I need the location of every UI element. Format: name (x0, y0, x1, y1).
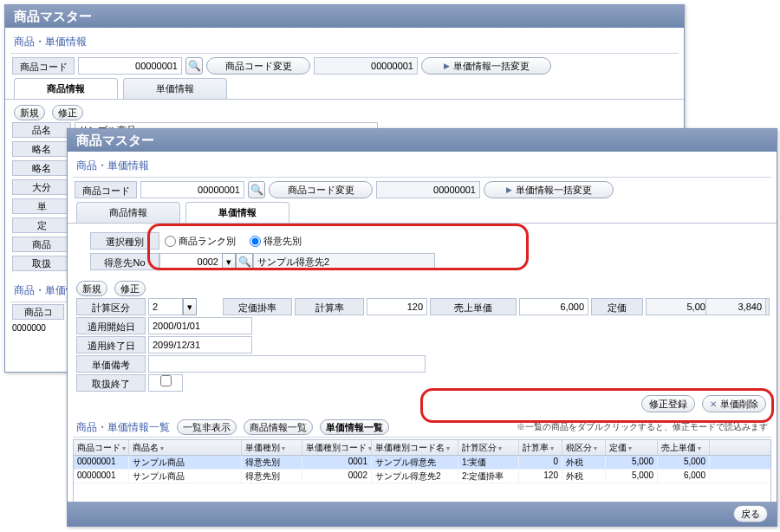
display-product-code: 00000001 (314, 57, 418, 75)
label-discontinued: 取扱終了 (76, 374, 146, 392)
display-customer-name: サンプル得意先2 (253, 253, 435, 270)
label-unit: 単 (12, 198, 71, 214)
button-edit[interactable]: 修正 (114, 281, 146, 296)
label-product-code: 商品コード (75, 181, 137, 198)
search-icon[interactable]: 🔍 (236, 253, 253, 270)
footer-bar: 戻る (68, 502, 777, 526)
label-price: 定 (12, 217, 71, 233)
checkbox-discontinued[interactable] (160, 375, 172, 386)
button-code-change[interactable]: 商品コード変更 (269, 181, 373, 198)
label-name: 品名 (12, 122, 71, 138)
hint-text: ※一覧の商品をダブルクリックすると、修正モードで読込みます (517, 421, 768, 433)
section-label-front: 商品・単価情報 (68, 152, 777, 177)
radio-customer[interactable]: 得意先別 (250, 235, 302, 248)
display-cost-price: 3,840 (705, 298, 766, 315)
button-hide-list[interactable]: 一覧非表示 (177, 419, 237, 435)
button-price-list[interactable]: 単価情報一覧 (320, 419, 389, 435)
label-calc-rate: 計算率 (295, 298, 364, 315)
tab-price-info[interactable]: 単価情報 (185, 202, 289, 223)
button-delete-price[interactable]: 単価削除 (702, 395, 766, 412)
button-new[interactable]: 新規 (14, 105, 45, 120)
search-icon[interactable]: 🔍 (185, 57, 203, 75)
label-abbr2: 略名 (12, 160, 71, 176)
tab-product-info[interactable]: 商品情報 (14, 78, 118, 99)
input-end-date[interactable]: 2099/12/31 (148, 336, 252, 354)
input-price-memo[interactable] (148, 355, 426, 373)
checkbox-discontinued-wrap (148, 374, 183, 392)
label-memo: 商品 (12, 237, 71, 252)
titlebar-back: 商品マスター (5, 5, 684, 28)
label-customer-no: 得意先No (90, 253, 159, 270)
label-fixed-price: 定価 (591, 298, 643, 315)
button-update[interactable]: 修正登録 (641, 395, 695, 412)
label-select-type: 選択種別 (90, 232, 159, 250)
input-sell-price[interactable]: 6,000 (519, 298, 588, 315)
label-price-memo: 単価備考 (76, 355, 146, 373)
label-end: 取扱 (12, 256, 71, 271)
input-calc-type[interactable]: 2 (148, 298, 183, 315)
button-back[interactable]: 戻る (733, 505, 768, 522)
label-end-date: 適用終了日 (76, 336, 146, 354)
label-fixed-rate: 定価掛率 (223, 298, 292, 315)
label-calc-type: 計算区分 (76, 298, 146, 315)
table-row[interactable]: 00000001サンプル商品得意先別0001サンプル得意先1:実価0外税5,00… (74, 456, 770, 470)
list-section-label: 商品・単価情報一覧 (76, 420, 170, 435)
display-fixed-price: 5,000 (646, 298, 715, 315)
label-sell-price: 売上単価 (430, 298, 517, 315)
section-label: 商品・単価情報 (5, 28, 684, 53)
label-abbr: 略名 (12, 141, 71, 157)
titlebar-front: 商品マスター (68, 129, 777, 152)
input-rate[interactable]: 120 (367, 298, 427, 315)
label-start-date: 適用開始日 (76, 317, 146, 334)
button-edit[interactable]: 修正 (52, 105, 83, 120)
window-product-master-front: 商品マスター 商品・単価情報 商品コード 00000001 🔍 商品コード変更 … (67, 128, 777, 527)
tab-product-info[interactable]: 商品情報 (76, 202, 180, 223)
radio-rank[interactable]: 商品ランク別 (165, 235, 236, 248)
input-start-date[interactable]: 2000/01/01 (148, 317, 252, 334)
button-bulk-price[interactable]: 単価情報一括変更 (421, 57, 551, 75)
button-product-list[interactable]: 商品情報一覧 (244, 419, 313, 435)
input-product-code[interactable]: 00000001 (140, 181, 244, 198)
display-product-code: 00000001 (376, 181, 480, 198)
dropdown-icon[interactable]: ▾ (183, 298, 197, 315)
tab-price-info[interactable]: 単価情報 (123, 78, 227, 99)
dropdown-icon[interactable]: ▾ (222, 253, 236, 270)
grid-header: 商品コード 商品名 単価種別 単価種別コード 単価種別コード名 計算区分 計算率… (74, 440, 770, 456)
table-row[interactable]: 00000001サンプル商品得意先別0002サンプル得意先22:定価掛率120外… (74, 470, 770, 483)
label-list-code: 商品コ (12, 304, 64, 320)
button-new[interactable]: 新規 (76, 281, 107, 296)
search-icon[interactable]: 🔍 (248, 181, 265, 198)
label-product-code: 商品コード (12, 57, 75, 75)
button-code-change[interactable]: 商品コード変更 (206, 57, 310, 75)
input-product-code[interactable]: 00000001 (78, 57, 182, 75)
input-customer-no[interactable]: 0002 (159, 253, 222, 270)
button-bulk-price[interactable]: 単価情報一括変更 (484, 181, 614, 198)
label-cat: 大分 (12, 179, 71, 195)
